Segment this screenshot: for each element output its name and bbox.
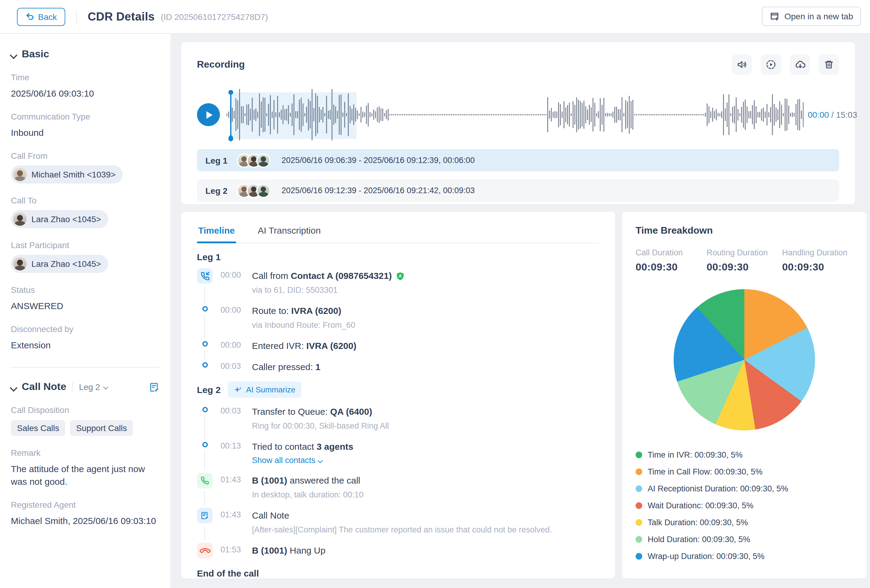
back-button[interactable]: Back xyxy=(17,7,65,26)
show-all-contacts-link[interactable]: Show all contacts xyxy=(252,456,323,465)
waveform[interactable] xyxy=(226,88,803,141)
open-new-tab-button[interactable]: Open in a new tab xyxy=(762,7,861,26)
avatar xyxy=(13,212,27,226)
leg1-section-title: Leg 1 xyxy=(197,252,599,262)
timeline-dot-icon xyxy=(202,362,207,368)
call-to-value: Lara Zhao <1045> xyxy=(31,214,101,224)
volume-icon[interactable] xyxy=(731,54,752,75)
details-sidebar: Basic Time 2025/06/16 09:03:10 Communica… xyxy=(0,34,170,588)
timeline-event-answered: 01:43 B (1001) answered the call In desk… xyxy=(197,473,599,500)
call-note-section-title: Call Note xyxy=(22,381,66,393)
leg2-section-title: Leg 2 AI Summarize xyxy=(197,382,599,398)
timeline-event-transfer-queue: 00:03 Transfer to Queue: QA (6400) Ring … xyxy=(197,404,599,432)
timeline-dot-icon xyxy=(202,341,207,346)
end-of-call-text: End of the call xyxy=(197,568,599,578)
legend-item: Talk Duration: 00:09:30, 5% xyxy=(636,514,853,531)
timeline-event-caller-pressed: 00:03 Caller pressed: 1 xyxy=(197,359,599,373)
tab-ai-transcription[interactable]: AI Transcription xyxy=(256,221,322,243)
call-from-label: Call From xyxy=(11,151,159,160)
registered-agent-value: Michael Smith, 2025/06/16 09:03:10 xyxy=(11,514,159,527)
page-title: CDR Details xyxy=(88,10,155,23)
chevron-down-icon[interactable] xyxy=(11,51,17,57)
legend-color-dot xyxy=(636,553,642,559)
timeline-dot-icon xyxy=(202,306,207,312)
timeline-event-hang-up: 01:53 B (1001) Hang Up xyxy=(197,543,599,558)
status-label: Status xyxy=(11,285,159,295)
legend-item: Hold Duration: 00:09:30, 5% xyxy=(636,531,853,548)
header-divider xyxy=(76,9,77,24)
participant-avatars xyxy=(237,153,271,168)
play-button[interactable] xyxy=(197,103,220,126)
playback-speed-icon[interactable] xyxy=(761,54,781,75)
cloud-download-icon[interactable] xyxy=(790,54,810,75)
sidebar-divider xyxy=(11,367,159,368)
disposition-tag: Support Calls xyxy=(70,420,133,436)
hang-up-icon xyxy=(197,543,213,558)
handling-duration-label: Handling Duration xyxy=(782,248,853,257)
leg1-time-range: 2025/06/16 09:06:39 - 2025/06/16 09:12:3… xyxy=(282,156,475,165)
legend-color-dot xyxy=(636,502,642,509)
call-from-contact-pill: Michael Smith <1039> xyxy=(11,165,123,184)
tab-bar: Timeline AI Transcription xyxy=(197,221,599,243)
time-breakdown-pie-chart xyxy=(673,289,815,431)
edit-call-note-icon[interactable] xyxy=(149,382,159,392)
disconnected-by-label: Disconnected by xyxy=(11,324,159,334)
timeline-event-call-note: 01:43 Call Note [After-sales][Complaint]… xyxy=(197,508,599,536)
recording-leg2-row[interactable]: Leg 2 2025/06/16 09:12:39 - 2025/06/16 0… xyxy=(197,179,839,202)
verified-shield-icon: A xyxy=(395,271,404,281)
avatar xyxy=(13,168,27,181)
time-value: 2025/06/16 09:03:10 xyxy=(11,87,159,99)
timeline-dot-icon xyxy=(202,407,207,412)
call-note-leg-selector[interactable]: Leg 2 xyxy=(79,382,109,392)
playback-time: 00:00 / 15:03 xyxy=(808,110,857,120)
call-to-label: Call To xyxy=(11,196,159,205)
waveform-selection[interactable] xyxy=(230,92,356,139)
registered-agent-label: Registered Agent xyxy=(11,500,159,509)
remark-label: Remark xyxy=(11,448,159,457)
timeline-event-entered-ivr: 00:00 Entered IVR: IVRA (6200) xyxy=(197,338,599,352)
divider xyxy=(72,382,73,392)
chevron-down-icon xyxy=(319,458,323,463)
time-breakdown-title: Time Breakdown xyxy=(636,225,853,236)
current-time: 00:00 xyxy=(808,110,829,120)
disposition-tag: Sales Calls xyxy=(11,420,65,436)
undo-back-icon xyxy=(25,12,34,21)
legend-item: Time in IVR: 00:09:30, 5% xyxy=(636,446,853,463)
participant-avatars xyxy=(237,183,271,198)
call-from-value: Michael Smith <1039> xyxy=(31,170,116,179)
record-id: (ID 20250610172754278D7) xyxy=(161,12,268,21)
legend-item: Wait Durationc: 00:09:30, 5% xyxy=(636,497,853,514)
trash-icon[interactable] xyxy=(819,54,839,75)
playhead-cursor[interactable] xyxy=(230,92,231,139)
last-participant-value: Lara Zhao <1045> xyxy=(31,259,101,269)
communication-type-label: Communication Type xyxy=(11,112,159,121)
ai-summarize-button[interactable]: AI Summarize xyxy=(228,382,301,398)
recording-leg1-row[interactable]: Leg 1 2025/06/16 09:06:39 - 2025/06/16 0… xyxy=(197,149,839,171)
cdr-details-page: Back CDR Details (ID 20250610172754278D7… xyxy=(0,0,870,588)
open-new-tab-label: Open in a new tab xyxy=(785,12,853,21)
recording-title: Recording xyxy=(197,59,245,70)
chevron-down-icon[interactable] xyxy=(11,384,17,390)
legend-color-dot xyxy=(636,468,642,475)
communication-type-value: Inbound xyxy=(11,126,159,139)
ai-sparkle-icon xyxy=(234,386,242,394)
last-participant-pill: Lara Zhao <1045> xyxy=(11,255,108,273)
routing-duration-label: Routing Duration xyxy=(706,248,782,257)
legend-color-dot xyxy=(636,451,642,458)
call-duration-label: Call Duration xyxy=(636,248,706,257)
routing-duration-value: 00:09:30 xyxy=(706,261,782,273)
legend-item: Time in Call Flow: 00:09:30, 5% xyxy=(636,463,853,480)
basic-section-title: Basic xyxy=(22,48,49,60)
disconnected-by-value: Extension xyxy=(11,339,159,351)
chevron-down-icon xyxy=(104,385,109,389)
timeline-dot-icon xyxy=(202,442,207,447)
call-duration-value: 00:09:30 xyxy=(636,261,706,273)
incoming-call-icon xyxy=(197,268,213,284)
leg2-time-range: 2025/06/16 09:12:39 - 2025/06/16 09:21:4… xyxy=(282,186,475,195)
tab-timeline[interactable]: Timeline xyxy=(197,221,236,243)
timeline-event-route-to: 00:00 Route to: IVRA (6200) via Inbound … xyxy=(197,303,599,331)
legend-item: AI Receptionist Duration: 00:09:30, 5% xyxy=(636,480,853,497)
svg-text:A: A xyxy=(398,273,401,278)
call-note-icon xyxy=(197,508,213,523)
time-label: Time xyxy=(11,73,159,82)
